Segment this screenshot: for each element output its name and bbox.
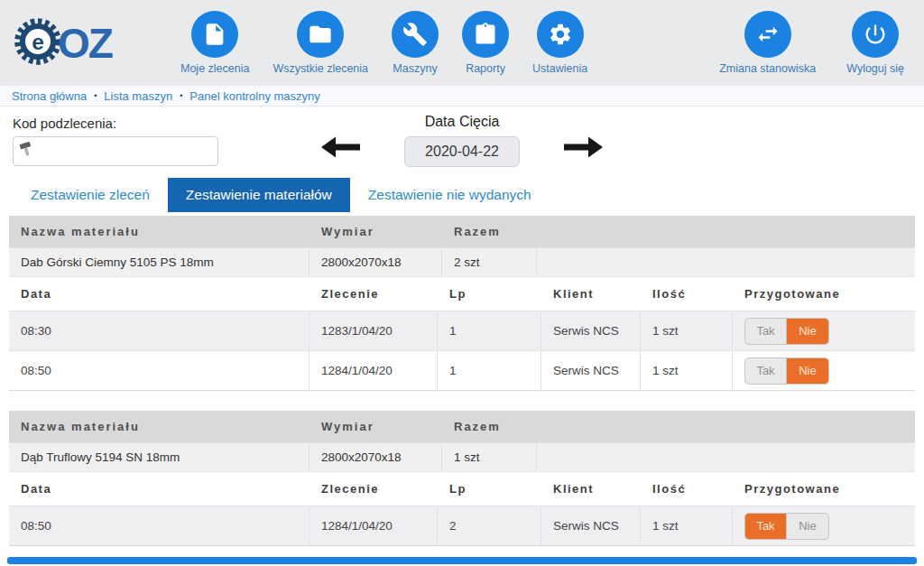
toggle-nie-button[interactable]: Nie — [787, 319, 828, 344]
user-nav: Zmiana stanowiska Wyloguj się — [719, 11, 904, 75]
nav-label: Ustawienia — [532, 62, 587, 75]
col-zlecenie: Zlecenie — [310, 277, 438, 311]
table-row: 08:50 1284/1/04/20 2 Serwis NCS 1 szt Ta… — [9, 506, 915, 545]
prepared-toggle: Tak Nie — [744, 357, 829, 385]
cell-prepared: Tak Nie — [733, 311, 915, 350]
tab-label: Zestawienie zleceń — [31, 187, 150, 203]
table-row: 08:50 1284/1/04/20 1 Serwis NCS 1 szt Ta… — [9, 350, 915, 390]
material-total: 1 szt — [442, 443, 537, 471]
prepared-toggle: Tak Nie — [744, 513, 829, 540]
col-nazwa-materialu: Nazwa materiału — [9, 216, 310, 247]
breadcrumb-separator: • — [180, 91, 182, 100]
col-empty — [537, 411, 915, 442]
gear-icon — [537, 11, 584, 58]
nav-item-ustawienia[interactable]: Ustawienia — [532, 11, 587, 75]
col-wymiar: Wymiar — [310, 216, 442, 247]
cell-lp: 2 — [438, 506, 541, 545]
cell-qty: 1 szt — [641, 351, 733, 390]
nav-label: Maszyny — [393, 62, 437, 75]
material-total: 2 szt — [442, 248, 537, 276]
cell-client: Serwis NCS — [541, 506, 641, 545]
arrow-right-icon — [563, 134, 605, 164]
breadcrumb-link-strona-glowna[interactable]: Strona główna — [12, 89, 87, 103]
cell-order: 1284/1/04/20 — [310, 506, 438, 545]
toggle-nie-button[interactable]: Nie — [787, 514, 828, 539]
cell-lp: 1 — [438, 311, 541, 350]
tab-bar: Zestawienie zleceń Zestawienie materiałó… — [13, 178, 924, 212]
col-klient: Klient — [541, 472, 641, 506]
toggle-nie-button[interactable]: Nie — [787, 358, 828, 384]
nav-label: Zmiana stanowiska — [719, 62, 816, 75]
logo-text: OZ — [58, 19, 112, 68]
col-razem: Razem — [442, 411, 537, 442]
tab-zestawienie-nie-wydanych[interactable]: Zestawienie nie wydanych — [350, 178, 550, 212]
cell-client: Serwis NCS — [541, 351, 641, 390]
nav-item-wyloguj-sie[interactable]: Wyloguj się — [846, 11, 904, 75]
cell-time: 08:30 — [9, 311, 310, 350]
toggle-tak-button[interactable]: Tak — [745, 319, 787, 344]
col-lp: Lp — [438, 277, 541, 311]
app-logo[interactable]: e OZ — [13, 16, 168, 70]
cell-client: Serwis NCS — [541, 311, 641, 350]
nav-item-zmiana-stanowiska[interactable]: Zmiana stanowiska — [719, 11, 816, 75]
col-data: Data — [9, 472, 310, 506]
main-nav: Moje zlecenia Wszystkie zlecenia Maszyny… — [180, 11, 587, 75]
previous-day-button[interactable] — [319, 134, 361, 164]
col-ilosc: Ilość — [641, 277, 733, 311]
document-icon — [191, 11, 238, 58]
detail-header-row: Data Zlecenie Lp Klient Ilość Przygotowa… — [9, 471, 915, 506]
nav-item-moje-zlecenia[interactable]: Moje zlecenia — [180, 11, 249, 75]
cell-qty: 1 szt — [641, 311, 733, 350]
table-row: 08:30 1283/1/04/20 1 Serwis NCS 1 szt Ta… — [9, 311, 915, 350]
nav-item-wszystkie-zlecenia[interactable]: Wszystkie zlecenia — [273, 11, 368, 75]
col-nazwa-materialu: Nazwa materiału — [9, 411, 310, 442]
filter-section: Kod podzlecenia: Data Cięcia 2020-04-22 — [0, 107, 924, 178]
cell-prepared: Tak Nie — [733, 351, 915, 390]
nav-item-raporty[interactable]: Raporty — [462, 11, 509, 75]
cell-prepared: Tak Nie — [733, 506, 915, 545]
breadcrumb: Strona główna • Lista maszyn • Panel kon… — [0, 86, 924, 107]
material-name: Dab Górski Ciemny 5105 PS 18mm — [9, 248, 310, 276]
material-table-1: Nazwa materiału Wymiar Razem Dab Górski … — [9, 216, 915, 391]
cell-order: 1283/1/04/20 — [310, 311, 438, 350]
col-data: Data — [9, 277, 310, 311]
col-przygotowane: Przygotowane — [733, 472, 915, 506]
material-empty — [537, 443, 915, 471]
folder-icon — [297, 11, 344, 58]
material-header-row: Nazwa materiału Wymiar Razem — [9, 216, 915, 247]
tab-zestawienie-materialow[interactable]: Zestawienie materiałów — [168, 178, 350, 212]
bottom-accent-bar — [7, 557, 917, 564]
breadcrumb-link-lista-maszyn[interactable]: Lista maszyn — [104, 89, 172, 103]
material-row: Dąb Truflowy 5194 SN 18mm 2800x2070x18 1… — [9, 442, 915, 471]
toggle-tak-button[interactable]: Tak — [745, 514, 787, 539]
detail-header-row: Data Zlecenie Lp Klient Ilość Przygotowa… — [9, 276, 915, 311]
col-razem: Razem — [442, 216, 537, 247]
date-picker[interactable]: 2020-04-22 — [404, 136, 520, 167]
col-ilosc: Ilość — [641, 472, 733, 506]
arrow-left-icon — [319, 134, 361, 164]
cell-qty: 1 szt — [641, 506, 733, 545]
nav-item-maszyny[interactable]: Maszyny — [392, 11, 439, 75]
material-row: Dab Górski Ciemny 5105 PS 18mm 2800x2070… — [9, 247, 915, 276]
col-empty — [537, 216, 915, 247]
col-przygotowane: Przygotowane — [733, 277, 915, 311]
power-icon — [852, 11, 899, 58]
breadcrumb-link-panel-kontrolny[interactable]: Panel kontrolny maszyny — [189, 89, 320, 103]
nav-label: Moje zlecenia — [180, 62, 249, 75]
col-klient: Klient — [541, 277, 641, 311]
col-lp: Lp — [438, 472, 541, 506]
toggle-tak-button[interactable]: Tak — [745, 358, 787, 384]
breadcrumb-separator: • — [94, 91, 97, 100]
cell-time: 08:50 — [9, 351, 310, 390]
cell-lp: 1 — [438, 351, 541, 390]
tab-zestawienie-zlecen[interactable]: Zestawienie zleceń — [13, 178, 168, 212]
tab-label: Zestawienie nie wydanych — [368, 187, 531, 203]
wrench-icon — [392, 11, 439, 58]
material-empty — [537, 248, 915, 276]
cell-order: 1284/1/04/20 — [310, 351, 438, 390]
svg-text:e: e — [32, 29, 44, 53]
next-day-button[interactable] — [563, 134, 605, 164]
clipboard-icon — [462, 11, 509, 58]
data-ciecia-label: Data Cięcia — [425, 114, 500, 130]
tab-label: Zestawienie materiałów — [186, 187, 332, 203]
